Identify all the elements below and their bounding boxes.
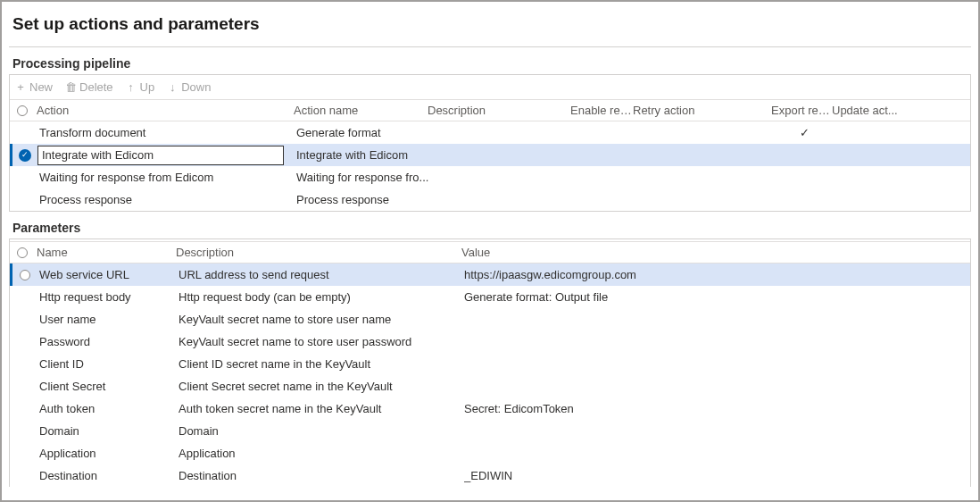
table-row[interactable]: User nameKeyVault secret name to store u… <box>10 308 970 330</box>
cell-name[interactable]: Domain <box>37 424 179 438</box>
cell-name[interactable]: Password <box>37 335 179 348</box>
cell-value[interactable]: _EDIWIN <box>464 469 970 482</box>
select-all-params[interactable] <box>10 247 35 258</box>
down-button[interactable]: ↓ Down <box>167 80 211 94</box>
parameters-title: Parameters <box>12 221 971 235</box>
pipeline-title: Processing pipeline <box>12 56 971 71</box>
up-label: Up <box>140 80 155 94</box>
cell-description[interactable]: Application <box>179 447 464 460</box>
table-row[interactable]: Waiting for response from EdicomWaiting … <box>10 166 970 188</box>
row-selector[interactable] <box>12 270 37 280</box>
cell-description[interactable]: Client ID secret name in the KeyVault <box>179 357 464 371</box>
col-description[interactable]: Description <box>428 104 570 117</box>
cell-name[interactable]: Client Secret <box>37 380 179 393</box>
cell-action-name[interactable]: Waiting for response fro... <box>296 171 430 184</box>
page-title: Set up actions and parameters <box>12 14 971 34</box>
cell-action-name[interactable]: Integrate with Edicom <box>296 148 430 162</box>
cell-name[interactable]: Application <box>37 447 179 460</box>
cell-description[interactable]: Http request body (can be empty) <box>179 290 464 304</box>
table-row[interactable]: Integrate with EdicomIntegrate with Edic… <box>10 144 970 166</box>
col-action-name[interactable]: Action name <box>294 104 428 117</box>
cell-value[interactable]: Secret: EdicomToken <box>464 402 970 415</box>
table-row[interactable]: Client SecretClient Secret secret name i… <box>10 375 970 397</box>
table-row[interactable]: DestinationDestination_EDIWIN <box>10 464 970 487</box>
table-row[interactable]: Web service URLURL address to send reque… <box>10 264 970 286</box>
new-button[interactable]: + New <box>15 80 53 94</box>
cell-name[interactable]: Destination <box>37 469 179 482</box>
cell-action-name[interactable]: Process response <box>296 193 430 206</box>
radio-icon <box>20 270 30 280</box>
cell-export-result[interactable]: ✓ <box>774 126 835 139</box>
cell-name[interactable]: Auth token <box>37 402 179 415</box>
table-row[interactable]: Client IDClient ID secret name in the Ke… <box>10 353 970 375</box>
pipeline-toolbar: + New 🗑 Delete ↑ Up ↓ Down <box>10 77 970 99</box>
delete-label: Delete <box>79 80 113 94</box>
parameters-body: Name Description Value Web service URLUR… <box>9 238 971 487</box>
pipeline-grid: Action Action name Description Enable re… <box>10 99 970 211</box>
parameters-grid: Name Description Value Web service URLUR… <box>10 241 970 487</box>
cell-name[interactable]: Web service URL <box>37 268 179 281</box>
table-row[interactable]: Http request bodyHttp request body (can … <box>10 286 970 308</box>
cell-action[interactable]: Waiting for response from Edicom <box>37 171 296 184</box>
trash-icon: 🗑 <box>65 80 76 94</box>
checked-icon <box>19 149 31 162</box>
cell-description[interactable]: Domain <box>179 424 464 438</box>
new-label: New <box>29 80 53 94</box>
parameters-section: Parameters Name Description Value Web se… <box>9 221 971 487</box>
col-update-act[interactable]: Update act... <box>832 104 912 117</box>
col-retry-action[interactable]: Retry action <box>633 104 771 117</box>
col-name[interactable]: Name <box>35 246 176 259</box>
cell-name[interactable]: User name <box>37 313 179 326</box>
cell-description[interactable]: KeyVault secret name to store user passw… <box>179 335 464 348</box>
up-button[interactable]: ↑ Up <box>126 80 155 94</box>
cell-name[interactable]: Client ID <box>37 357 179 371</box>
cell-description[interactable]: KeyVault secret name to store user name <box>179 313 464 326</box>
arrow-up-icon: ↑ <box>126 80 137 94</box>
table-row[interactable]: Transform documentGenerate format✓ <box>10 121 970 144</box>
delete-button[interactable]: 🗑 Delete <box>65 80 113 94</box>
pipeline-section: Processing pipeline + New 🗑 Delete ↑ Up … <box>9 56 971 212</box>
parameters-header-row: Name Description Value <box>10 241 970 264</box>
col-enable-retry[interactable]: Enable retry <box>570 104 633 117</box>
cell-action[interactable]: Integrate with Edicom <box>37 146 296 165</box>
select-all[interactable] <box>10 105 35 116</box>
radio-icon <box>17 247 28 258</box>
pipeline-header-row: Action Action name Description Enable re… <box>10 99 970 121</box>
cell-value[interactable]: https://ipaasgw.edicomgroup.com <box>464 268 970 281</box>
col-value[interactable]: Value <box>461 246 970 259</box>
cell-action-name[interactable]: Generate format <box>296 126 430 139</box>
cell-name[interactable]: Http request body <box>37 290 179 304</box>
row-selector[interactable] <box>12 149 37 162</box>
cell-description[interactable]: Destination <box>179 469 464 482</box>
table-row[interactable]: PasswordKeyVault secret name to store us… <box>10 330 970 353</box>
table-row[interactable]: Process responseProcess response <box>10 188 970 211</box>
cell-action[interactable]: Transform document <box>37 126 296 139</box>
cell-action[interactable]: Process response <box>37 193 296 206</box>
divider <box>9 46 971 47</box>
cell-description[interactable]: Client Secret secret name in the KeyVaul… <box>179 380 464 393</box>
plus-icon: + <box>15 80 26 94</box>
table-row[interactable]: ApplicationApplication <box>10 442 970 464</box>
cell-description[interactable]: Auth token secret name in the KeyVault <box>179 402 464 415</box>
down-label: Down <box>181 80 211 94</box>
action-input[interactable]: Integrate with Edicom <box>37 146 284 165</box>
pipeline-body: + New 🗑 Delete ↑ Up ↓ Down <box>9 74 971 212</box>
col-export-result[interactable]: Export result <box>771 104 832 117</box>
table-row[interactable]: Auth tokenAuth token secret name in the … <box>10 397 970 420</box>
arrow-down-icon: ↓ <box>167 80 178 94</box>
radio-icon <box>17 105 28 116</box>
col-action[interactable]: Action <box>35 104 294 117</box>
col-description[interactable]: Description <box>176 246 461 259</box>
page-container: Set up actions and parameters Processing… <box>0 0 980 502</box>
cell-value[interactable]: Generate format: Output file <box>464 290 970 304</box>
cell-description[interactable]: URL address to send request <box>179 268 464 281</box>
table-row[interactable]: DomainDomain <box>10 420 970 442</box>
